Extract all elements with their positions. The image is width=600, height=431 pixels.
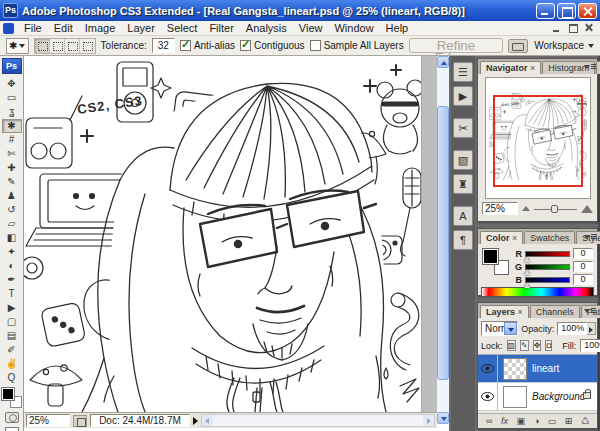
- menu-file[interactable]: File: [18, 21, 48, 35]
- tool-brush[interactable]: ✎: [2, 175, 22, 189]
- vertical-scrollbar[interactable]: [437, 56, 449, 424]
- layer-row-lineart[interactable]: lineart: [478, 355, 597, 383]
- tab-info[interactable]: Info: [596, 61, 600, 74]
- tool-dodge[interactable]: ◐: [2, 259, 22, 273]
- tool-notes[interactable]: ▤: [2, 329, 22, 343]
- tab-layers[interactable]: Layers: [480, 305, 529, 318]
- doc-close-button[interactable]: [584, 23, 594, 33]
- scroll-left-icon[interactable]: [202, 415, 213, 426]
- panel-menu-icon[interactable]: [584, 62, 596, 72]
- paragraph-panel-icon[interactable]: ¶: [453, 230, 473, 250]
- tool-preset-picker[interactable]: ✱: [6, 38, 29, 54]
- character-panel-icon[interactable]: A: [453, 206, 473, 226]
- visibility-toggle[interactable]: [478, 383, 498, 410]
- tool-rectangular-marquee[interactable]: ▭: [2, 91, 22, 105]
- slider-thumb[interactable]: [524, 270, 530, 275]
- horizontal-scrollbar[interactable]: [201, 414, 435, 427]
- layer-style-icon[interactable]: fx: [501, 414, 508, 428]
- restore-button[interactable]: [557, 3, 576, 19]
- slider-thumb[interactable]: [551, 205, 558, 213]
- color-spectrum-ramp[interactable]: [481, 287, 594, 297]
- menu-window[interactable]: Window: [328, 21, 379, 35]
- opacity-control[interactable]: 100%: [557, 322, 596, 335]
- blue-channel-slider[interactable]: [525, 277, 570, 283]
- tool-lasso[interactable]: ʓ: [2, 105, 22, 119]
- subtract-selection-button[interactable]: [65, 39, 80, 53]
- tool-eyedropper[interactable]: ✐: [2, 343, 22, 357]
- layer-name[interactable]: Background: [532, 391, 585, 402]
- navigator-zoom-slider[interactable]: [534, 204, 577, 214]
- actions-panel-icon[interactable]: ▶: [453, 86, 473, 106]
- tool-presets-icon[interactable]: ✂: [453, 118, 473, 138]
- tool-slice[interactable]: ✄: [2, 147, 22, 161]
- workspace-menu[interactable]: Workspace: [534, 40, 594, 51]
- tool-history-brush[interactable]: ↺: [2, 203, 22, 217]
- zoom-in-icon[interactable]: [581, 205, 593, 213]
- add-selection-button[interactable]: [50, 39, 65, 53]
- blue-channel-value[interactable]: 0: [573, 274, 593, 285]
- red-channel-value[interactable]: 0: [573, 248, 593, 259]
- scroll-up-icon[interactable]: [437, 56, 449, 68]
- blend-mode-select[interactable]: Normal: [481, 321, 518, 336]
- lock-pixels-icon[interactable]: ✎: [520, 340, 529, 351]
- new-selection-button[interactable]: [35, 39, 50, 53]
- tolerance-input[interactable]: 32: [152, 38, 175, 53]
- new-layer-icon[interactable]: ⊞: [565, 414, 573, 428]
- menu-select[interactable]: Select: [161, 21, 204, 35]
- bridge-icon[interactable]: [508, 39, 528, 53]
- panel-menu-icon[interactable]: [584, 306, 596, 316]
- canvas-artwork[interactable]: CS2, CS3: [24, 56, 421, 412]
- layer-thumbnail[interactable]: [503, 358, 527, 380]
- tool-crop[interactable]: #: [2, 133, 22, 147]
- layer-name[interactable]: lineart: [532, 363, 559, 374]
- tool-type[interactable]: T: [2, 287, 22, 301]
- menu-view[interactable]: View: [293, 21, 329, 35]
- tool-eraser[interactable]: ▱: [2, 217, 22, 231]
- tab-color[interactable]: Color: [480, 231, 523, 244]
- lock-transparency-icon[interactable]: ▨: [507, 340, 517, 351]
- tool-magic-wand[interactable]: ✱: [2, 119, 22, 133]
- visibility-toggle[interactable]: [478, 355, 498, 382]
- tool-hand[interactable]: ✌: [2, 357, 22, 371]
- slider-thumb[interactable]: [524, 257, 530, 262]
- layer-thumbnail[interactable]: [503, 386, 527, 408]
- navigator-zoom-field[interactable]: 25%: [482, 202, 518, 215]
- fill-value[interactable]: 100%: [580, 339, 600, 352]
- panel-menu-icon[interactable]: [584, 232, 596, 242]
- doc-restore-button[interactable]: [568, 23, 578, 33]
- tool-clone-stamp[interactable]: ♟: [2, 189, 22, 203]
- lock-all-icon[interactable]: ◘: [545, 340, 552, 351]
- opacity-arrow-icon[interactable]: [587, 322, 596, 335]
- quick-mask-button[interactable]: [5, 412, 19, 423]
- add-layer-mask-icon[interactable]: ▣: [517, 414, 526, 428]
- menu-layer[interactable]: Layer: [121, 21, 161, 35]
- lock-position-icon[interactable]: ✥: [533, 340, 542, 351]
- adjustment-layer-icon[interactable]: ◑: [534, 414, 539, 428]
- zoom-out-icon[interactable]: [522, 206, 530, 211]
- contiguous-checkbox[interactable]: Contiguous: [240, 40, 305, 51]
- tool-gradient[interactable]: ◧: [2, 231, 22, 245]
- menu-image[interactable]: Image: [79, 21, 122, 35]
- menu-edit[interactable]: Edit: [48, 21, 79, 35]
- foreground-color-swatch[interactable]: [483, 249, 498, 264]
- anti-alias-checkbox[interactable]: Anti-alias: [180, 40, 235, 51]
- status-flyout-arrow[interactable]: [193, 417, 198, 425]
- minimize-button[interactable]: [536, 3, 555, 19]
- zoom-level-field[interactable]: 25%: [26, 414, 70, 427]
- layer-comps-icon[interactable]: ▧: [453, 150, 473, 170]
- clone-source-icon[interactable]: ♜: [453, 174, 473, 194]
- tool-healing-brush[interactable]: ✚: [2, 161, 22, 175]
- navigator-preview[interactable]: [485, 77, 591, 199]
- tool-path-selection[interactable]: ▶: [2, 301, 22, 315]
- link-layers-icon[interactable]: ∞: [486, 414, 492, 428]
- tool-move[interactable]: ✥: [2, 77, 22, 91]
- tab-navigator[interactable]: Navigator: [480, 61, 541, 74]
- screen-mode-button[interactable]: [5, 427, 19, 431]
- chevron-down-icon[interactable]: [504, 322, 517, 335]
- tool-pen[interactable]: ✒: [2, 273, 22, 287]
- doc-minimize-button[interactable]: [552, 23, 562, 33]
- menu-filter[interactable]: Filter: [203, 21, 239, 35]
- tab-channels[interactable]: Channels: [530, 305, 580, 318]
- tool-zoom[interactable]: Q: [2, 371, 22, 385]
- intersect-selection-button[interactable]: [80, 39, 95, 53]
